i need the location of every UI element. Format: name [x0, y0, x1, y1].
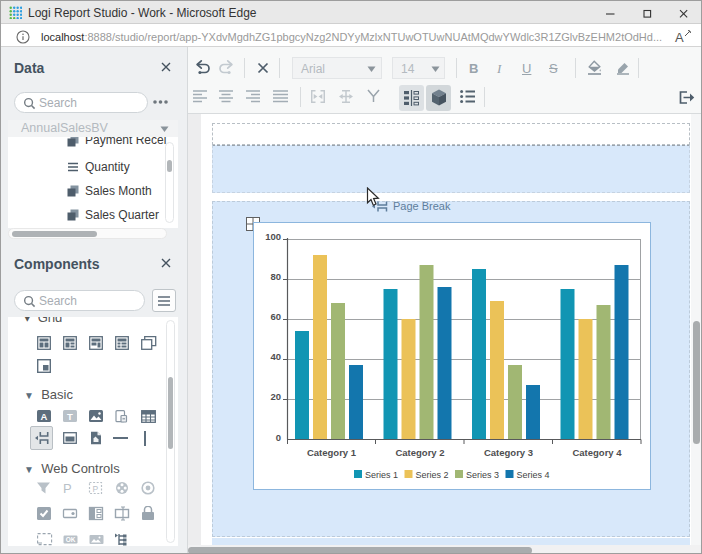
svg-text:OK: OK [66, 536, 76, 543]
svg-text:40: 40 [270, 351, 281, 362]
svg-text:P: P [93, 484, 99, 494]
svg-text:Series 4: Series 4 [517, 470, 550, 480]
svg-text:Series 3: Series 3 [466, 470, 499, 480]
svg-text:20: 20 [270, 391, 281, 402]
svg-text:Series 1: Series 1 [365, 470, 398, 480]
svg-text:0: 0 [276, 432, 281, 443]
svg-text:A: A [41, 411, 48, 422]
svg-text:Category 2: Category 2 [395, 447, 444, 458]
svg-text:Category 4: Category 4 [572, 447, 622, 458]
svg-text:Category 3: Category 3 [484, 447, 533, 458]
svg-text:P: P [63, 481, 72, 495]
svg-text:Category 1: Category 1 [307, 447, 357, 458]
svg-text:Series 2: Series 2 [416, 470, 449, 480]
svg-text:60: 60 [270, 311, 281, 322]
svg-text:100: 100 [265, 231, 281, 242]
svg-text:80: 80 [270, 271, 281, 282]
svg-text:T: T [67, 411, 73, 422]
